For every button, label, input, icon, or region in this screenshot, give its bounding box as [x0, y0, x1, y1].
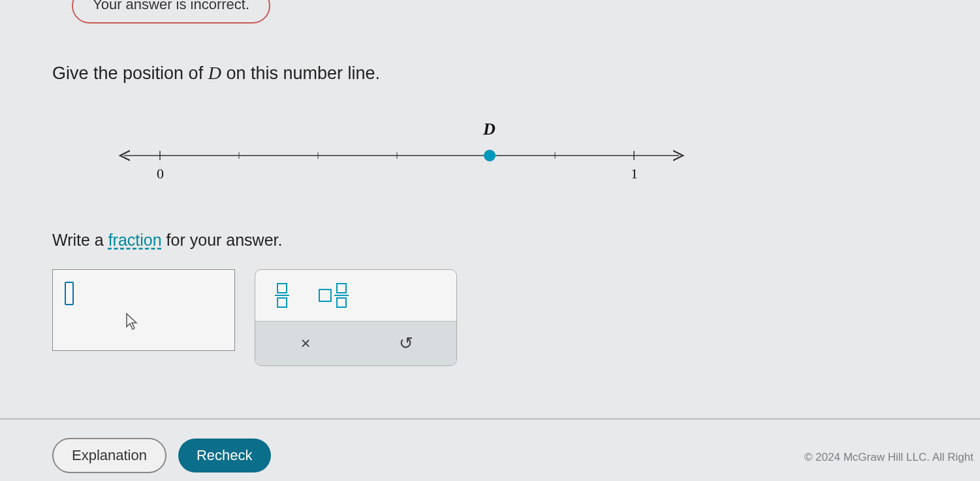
- question-prompt: Give the position of D on this number li…: [52, 63, 928, 84]
- explanation-button[interactable]: Explanation: [52, 438, 166, 473]
- undo-icon: ↺: [399, 333, 413, 353]
- question-suffix: on this number line.: [221, 63, 380, 83]
- tick-label-start: 0: [157, 165, 164, 182]
- explanation-label: Explanation: [72, 447, 147, 463]
- mixed-number-template-button[interactable]: [319, 283, 349, 308]
- point-d-marker: [484, 150, 496, 161]
- cursor-arrow-icon: [125, 312, 140, 335]
- recheck-label: Recheck: [197, 447, 253, 463]
- question-variable: D: [208, 63, 221, 83]
- whole-box-icon: [319, 289, 332, 302]
- fraction-link[interactable]: fraction: [108, 231, 162, 249]
- answer-input[interactable]: [52, 269, 235, 351]
- fraction-template-button[interactable]: [275, 283, 289, 308]
- fraction-icon: [275, 283, 289, 308]
- feedback-banner: Your answer is incorrect.: [72, 0, 270, 24]
- undo-button[interactable]: ↺: [393, 333, 419, 354]
- clear-button[interactable]: ×: [292, 333, 319, 354]
- number-line-svg: [118, 146, 692, 165]
- section-divider: [0, 418, 980, 420]
- feedback-text: Your answer is incorrect.: [93, 0, 249, 12]
- instruction-prefix: Write a: [52, 231, 108, 249]
- number-line: D 0 1: [118, 120, 692, 191]
- point-label: D: [483, 120, 496, 139]
- x-icon: ×: [300, 333, 310, 353]
- instruction-suffix: for your answer.: [162, 231, 283, 249]
- fraction-icon: [334, 283, 349, 308]
- tick-label-end: 1: [631, 165, 638, 182]
- copyright-text: © 2024 McGraw Hill LLC. All Right: [804, 451, 973, 464]
- recheck-button[interactable]: Recheck: [178, 439, 271, 473]
- math-tool-panel: × ↺: [255, 269, 457, 366]
- question-prefix: Give the position of: [52, 63, 208, 83]
- input-cursor: [65, 282, 74, 305]
- answer-instruction: Write a fraction for your answer.: [52, 231, 928, 250]
